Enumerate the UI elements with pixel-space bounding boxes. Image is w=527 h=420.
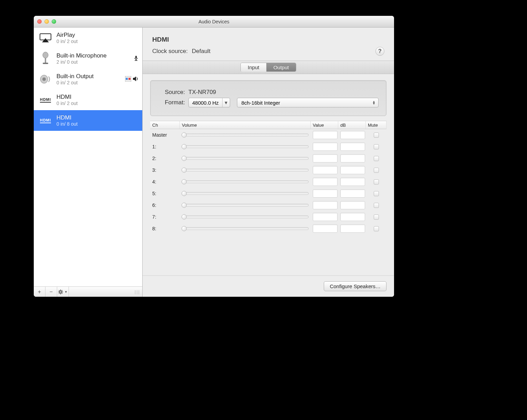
channel-label: 1: xyxy=(150,144,180,149)
device-name: Built-in Output xyxy=(56,73,121,80)
value-field[interactable] xyxy=(313,166,338,174)
airplay-icon xyxy=(39,31,52,45)
table-row: 3: xyxy=(150,164,386,176)
value-field[interactable] xyxy=(313,224,338,233)
volume-slider[interactable] xyxy=(182,145,309,148)
table-row: 1: xyxy=(150,141,386,153)
db-field[interactable] xyxy=(340,131,365,139)
device-spec: 0 in/ 2 out xyxy=(56,39,139,44)
volume-slider[interactable] xyxy=(182,157,309,160)
slider-knob[interactable] xyxy=(182,168,187,173)
svg-rect-7 xyxy=(135,60,137,61)
table-row: 8: xyxy=(150,223,386,234)
io-segmented-control: Input Output xyxy=(241,63,296,72)
detail-title: HDMI xyxy=(152,36,384,43)
mute-checkbox[interactable] xyxy=(374,156,379,161)
header-db[interactable]: dB xyxy=(338,121,366,129)
db-field[interactable] xyxy=(340,213,365,221)
slider-knob[interactable] xyxy=(182,133,187,138)
gear-icon xyxy=(58,290,63,294)
device-name: Built-in Microphone xyxy=(56,52,129,59)
value-field[interactable] xyxy=(313,189,338,198)
configure-speakers-button[interactable]: Configure Speakers… xyxy=(324,281,386,291)
mute-checkbox[interactable] xyxy=(374,226,379,231)
mute-checkbox[interactable] xyxy=(374,191,379,196)
svg-point-14 xyxy=(60,291,62,293)
value-field[interactable] xyxy=(313,131,338,139)
tab-input[interactable]: Input xyxy=(241,63,266,72)
mute-checkbox[interactable] xyxy=(374,179,379,185)
svg-line-20 xyxy=(62,293,62,294)
mute-checkbox[interactable] xyxy=(374,144,379,149)
volume-slider[interactable] xyxy=(182,204,309,207)
svg-point-9 xyxy=(42,77,46,81)
db-field[interactable] xyxy=(340,224,365,233)
resize-grip[interactable]: ||| xyxy=(135,289,140,294)
table-row: 2: xyxy=(150,153,386,164)
mute-checkbox[interactable] xyxy=(374,168,379,173)
value-field[interactable] xyxy=(313,178,338,186)
actions-menu-button[interactable]: ▼ xyxy=(57,287,69,297)
volume-slider[interactable] xyxy=(182,180,309,183)
device-name: AirPlay xyxy=(56,32,139,39)
db-field[interactable] xyxy=(340,189,365,198)
slider-knob[interactable] xyxy=(182,156,187,161)
table-body: Master1:2:3:4:5:6:7:8: xyxy=(150,129,386,234)
slider-knob[interactable] xyxy=(182,144,187,149)
value-field[interactable] xyxy=(313,213,338,221)
svg-marker-13 xyxy=(133,76,136,81)
volume-slider[interactable] xyxy=(182,216,309,218)
device-item-hdmi-1[interactable]: HDMI HDMI 0 in/ 2 out xyxy=(34,90,142,110)
slider-knob[interactable] xyxy=(182,203,187,208)
mute-checkbox[interactable] xyxy=(374,133,379,138)
svg-rect-11 xyxy=(126,78,128,80)
device-item-builtin-mic[interactable]: Built-in Microphone 2 in/ 0 out xyxy=(34,48,142,69)
header-volume[interactable]: Volume xyxy=(180,121,311,129)
system-output-icon xyxy=(125,76,131,83)
source-value: TX-NR709 xyxy=(188,89,216,96)
volume-slider[interactable] xyxy=(182,192,309,195)
add-device-button[interactable]: + xyxy=(34,287,45,297)
volume-slider[interactable] xyxy=(182,227,309,230)
value-field[interactable] xyxy=(313,154,338,162)
header-ch[interactable]: Ch xyxy=(150,121,180,129)
db-field[interactable] xyxy=(340,143,365,151)
sample-rate-combo[interactable]: 48000.0 Hz ▼ xyxy=(188,98,230,107)
svg-rect-6 xyxy=(136,59,136,60)
device-item-builtin-output[interactable]: Built-in Output 0 in/ 2 out xyxy=(34,69,142,90)
slider-knob[interactable] xyxy=(182,179,187,185)
mute-checkbox[interactable] xyxy=(374,203,379,208)
device-item-hdmi-2[interactable]: HDMI HDMI 0 in/ 8 out xyxy=(34,110,142,131)
value-field[interactable] xyxy=(313,201,338,209)
titlebar[interactable]: Audio Devices xyxy=(34,16,394,28)
clock-source-value: Default xyxy=(192,48,210,55)
chevron-down-icon: ▼ xyxy=(64,290,68,294)
channel-label: Master xyxy=(150,132,180,138)
device-spec: 0 in/ 8 out xyxy=(56,121,139,127)
volume-slider[interactable] xyxy=(182,169,309,171)
slider-knob[interactable] xyxy=(182,214,187,220)
detail-footer: Configure Speakers… xyxy=(143,275,394,297)
audio-devices-window: Audio Devices AirPlay 0 in/ 2 out xyxy=(34,16,394,297)
db-field[interactable] xyxy=(340,201,365,209)
header-value[interactable]: Value xyxy=(311,121,338,129)
default-output-icon xyxy=(133,76,139,83)
slider-knob[interactable] xyxy=(182,226,187,231)
device-item-airplay[interactable]: AirPlay 0 in/ 2 out xyxy=(34,28,142,48)
db-field[interactable] xyxy=(340,154,365,162)
bit-depth-popup[interactable]: 8ch-16bit Integer ▲▼ xyxy=(237,98,379,107)
db-field[interactable] xyxy=(340,166,365,174)
table-row: 4: xyxy=(150,176,386,188)
tab-output[interactable]: Output xyxy=(266,63,296,72)
help-button[interactable]: ? xyxy=(375,47,384,56)
db-field[interactable] xyxy=(340,178,365,186)
table-header: Ch Volume Value dB Mute xyxy=(150,121,386,129)
table-row: Master xyxy=(150,129,386,141)
remove-device-button[interactable]: − xyxy=(45,287,57,297)
mute-checkbox[interactable] xyxy=(374,214,379,220)
hdmi-icon: HDMI xyxy=(39,114,52,127)
volume-slider[interactable] xyxy=(182,134,309,136)
header-mute[interactable]: Mute xyxy=(366,121,386,129)
slider-knob[interactable] xyxy=(182,191,187,196)
value-field[interactable] xyxy=(313,143,338,151)
